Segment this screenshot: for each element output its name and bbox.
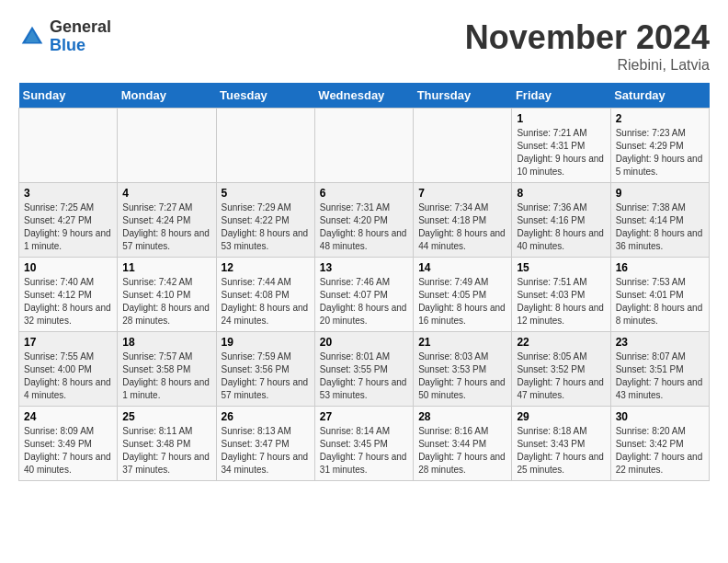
calendar-cell: 17Sunrise: 7:55 AMSunset: 4:00 PMDayligh…: [19, 332, 118, 407]
calendar-cell: 5Sunrise: 7:29 AMSunset: 4:22 PMDaylight…: [216, 183, 314, 258]
calendar-cell: 12Sunrise: 7:44 AMSunset: 4:08 PMDayligh…: [216, 258, 314, 332]
calendar-cell: [19, 109, 118, 183]
calendar-cell: 16Sunrise: 7:53 AMSunset: 4:01 PMDayligh…: [610, 258, 709, 332]
day-detail: Sunrise: 7:23 AMSunset: 4:29 PMDaylight:…: [616, 128, 703, 177]
logo-icon: [18, 23, 46, 51]
calendar-cell: 27Sunrise: 8:14 AMSunset: 3:45 PMDayligh…: [314, 407, 413, 481]
calendar-cell: 11Sunrise: 7:42 AMSunset: 4:10 PMDayligh…: [118, 258, 216, 332]
day-number: 18: [122, 336, 210, 349]
day-number: 6: [320, 187, 408, 200]
day-detail: Sunrise: 8:16 AMSunset: 3:44 PMDaylight:…: [418, 426, 506, 475]
calendar-cell: [118, 109, 216, 183]
day-detail: Sunrise: 7:25 AMSunset: 4:27 PMDaylight:…: [24, 202, 111, 251]
calendar-cell: 14Sunrise: 7:49 AMSunset: 4:05 PMDayligh…: [414, 258, 512, 332]
day-number: 22: [517, 336, 605, 349]
weekday-header: Tuesday: [216, 83, 314, 109]
calendar-cell: 29Sunrise: 8:18 AMSunset: 3:43 PMDayligh…: [512, 407, 610, 481]
location: Riebini, Latvia: [465, 57, 710, 74]
day-detail: Sunrise: 7:31 AMSunset: 4:20 PMDaylight:…: [320, 202, 407, 251]
logo-text: General Blue: [50, 18, 111, 55]
day-detail: Sunrise: 7:21 AMSunset: 4:31 PMDaylight:…: [517, 128, 604, 177]
calendar-cell: 9Sunrise: 7:38 AMSunset: 4:14 PMDaylight…: [610, 183, 709, 258]
calendar-cell: 21Sunrise: 8:03 AMSunset: 3:53 PMDayligh…: [414, 332, 512, 407]
day-detail: Sunrise: 7:44 AMSunset: 4:08 PMDaylight:…: [222, 277, 309, 326]
calendar-cell: 6Sunrise: 7:31 AMSunset: 4:20 PMDaylight…: [314, 183, 413, 258]
page-header: General Blue November 2024 Riebini, Latv…: [18, 18, 710, 74]
calendar-cell: 2Sunrise: 7:23 AMSunset: 4:29 PMDaylight…: [610, 109, 709, 183]
calendar-cell: 18Sunrise: 7:57 AMSunset: 3:58 PMDayligh…: [118, 332, 216, 407]
day-number: 23: [616, 336, 704, 349]
calendar-cell: 25Sunrise: 8:11 AMSunset: 3:48 PMDayligh…: [118, 407, 216, 481]
day-number: 2: [616, 112, 704, 125]
day-number: 20: [320, 336, 408, 349]
day-number: 13: [320, 261, 408, 274]
title-block: November 2024 Riebini, Latvia: [465, 18, 710, 74]
day-number: 11: [122, 261, 210, 274]
calendar-cell: 1Sunrise: 7:21 AMSunset: 4:31 PMDaylight…: [512, 109, 610, 183]
day-number: 21: [418, 336, 506, 349]
calendar-cell: [216, 109, 314, 183]
day-detail: Sunrise: 7:46 AMSunset: 4:07 PMDaylight:…: [320, 277, 407, 326]
day-number: 28: [418, 410, 506, 423]
day-detail: Sunrise: 8:13 AMSunset: 3:47 PMDaylight:…: [222, 426, 309, 475]
logo: General Blue: [18, 18, 111, 55]
day-number: 10: [24, 261, 112, 274]
day-detail: Sunrise: 7:55 AMSunset: 4:00 PMDaylight:…: [24, 351, 111, 400]
day-detail: Sunrise: 8:05 AMSunset: 3:52 PMDaylight:…: [517, 351, 604, 400]
day-number: 16: [616, 261, 704, 274]
day-detail: Sunrise: 7:36 AMSunset: 4:16 PMDaylight:…: [517, 202, 604, 251]
day-number: 19: [222, 336, 310, 349]
day-number: 12: [222, 261, 310, 274]
calendar-cell: 10Sunrise: 7:40 AMSunset: 4:12 PMDayligh…: [19, 258, 118, 332]
day-detail: Sunrise: 8:20 AMSunset: 3:42 PMDaylight:…: [616, 426, 703, 475]
calendar-cell: 15Sunrise: 7:51 AMSunset: 4:03 PMDayligh…: [512, 258, 610, 332]
day-detail: Sunrise: 8:11 AMSunset: 3:48 PMDaylight:…: [122, 426, 210, 475]
day-detail: Sunrise: 8:03 AMSunset: 3:53 PMDaylight:…: [418, 351, 506, 400]
day-number: 30: [616, 410, 704, 423]
day-detail: Sunrise: 7:27 AMSunset: 4:24 PMDaylight:…: [122, 202, 210, 251]
calendar-cell: 19Sunrise: 7:59 AMSunset: 3:56 PMDayligh…: [216, 332, 314, 407]
calendar-cell: 30Sunrise: 8:20 AMSunset: 3:42 PMDayligh…: [610, 407, 709, 481]
day-detail: Sunrise: 7:42 AMSunset: 4:10 PMDaylight:…: [122, 277, 210, 326]
weekday-header: Sunday: [19, 83, 118, 109]
day-number: 27: [320, 410, 408, 423]
day-detail: Sunrise: 8:01 AMSunset: 3:55 PMDaylight:…: [320, 351, 407, 400]
calendar-cell: 23Sunrise: 8:07 AMSunset: 3:51 PMDayligh…: [610, 332, 709, 407]
day-number: 8: [517, 187, 605, 200]
day-number: 7: [418, 187, 506, 200]
calendar-week-row: 17Sunrise: 7:55 AMSunset: 4:00 PMDayligh…: [19, 332, 710, 407]
day-number: 14: [418, 261, 506, 274]
day-detail: Sunrise: 7:51 AMSunset: 4:03 PMDaylight:…: [517, 277, 604, 326]
calendar-cell: 13Sunrise: 7:46 AMSunset: 4:07 PMDayligh…: [314, 258, 413, 332]
weekday-header: Friday: [512, 83, 610, 109]
calendar-cell: 22Sunrise: 8:05 AMSunset: 3:52 PMDayligh…: [512, 332, 610, 407]
calendar-cell: 26Sunrise: 8:13 AMSunset: 3:47 PMDayligh…: [216, 407, 314, 481]
calendar-cell: [414, 109, 512, 183]
weekday-header: Wednesday: [314, 83, 413, 109]
calendar-cell: 8Sunrise: 7:36 AMSunset: 4:16 PMDaylight…: [512, 183, 610, 258]
calendar-cell: [314, 109, 413, 183]
day-number: 25: [122, 410, 210, 423]
calendar-cell: 4Sunrise: 7:27 AMSunset: 4:24 PMDaylight…: [118, 183, 216, 258]
day-detail: Sunrise: 7:34 AMSunset: 4:18 PMDaylight:…: [418, 202, 506, 251]
day-number: 24: [24, 410, 112, 423]
day-number: 3: [24, 187, 112, 200]
day-number: 15: [517, 261, 605, 274]
logo-blue: Blue: [50, 37, 111, 55]
logo-general: General: [50, 18, 111, 37]
day-number: 4: [122, 187, 210, 200]
weekday-header-row: SundayMondayTuesdayWednesdayThursdayFrid…: [19, 83, 710, 109]
day-detail: Sunrise: 8:18 AMSunset: 3:43 PMDaylight:…: [517, 426, 604, 475]
day-detail: Sunrise: 8:07 AMSunset: 3:51 PMDaylight:…: [616, 351, 703, 400]
month-title: November 2024: [465, 18, 710, 57]
day-detail: Sunrise: 7:49 AMSunset: 4:05 PMDaylight:…: [418, 277, 506, 326]
day-number: 5: [222, 187, 310, 200]
day-number: 9: [616, 187, 704, 200]
day-detail: Sunrise: 7:40 AMSunset: 4:12 PMDaylight:…: [24, 277, 111, 326]
day-number: 29: [517, 410, 605, 423]
day-detail: Sunrise: 7:53 AMSunset: 4:01 PMDaylight:…: [616, 277, 703, 326]
calendar-week-row: 24Sunrise: 8:09 AMSunset: 3:49 PMDayligh…: [19, 407, 710, 481]
day-detail: Sunrise: 7:57 AMSunset: 3:58 PMDaylight:…: [122, 351, 210, 400]
calendar-cell: 20Sunrise: 8:01 AMSunset: 3:55 PMDayligh…: [314, 332, 413, 407]
calendar-week-row: 10Sunrise: 7:40 AMSunset: 4:12 PMDayligh…: [19, 258, 710, 332]
